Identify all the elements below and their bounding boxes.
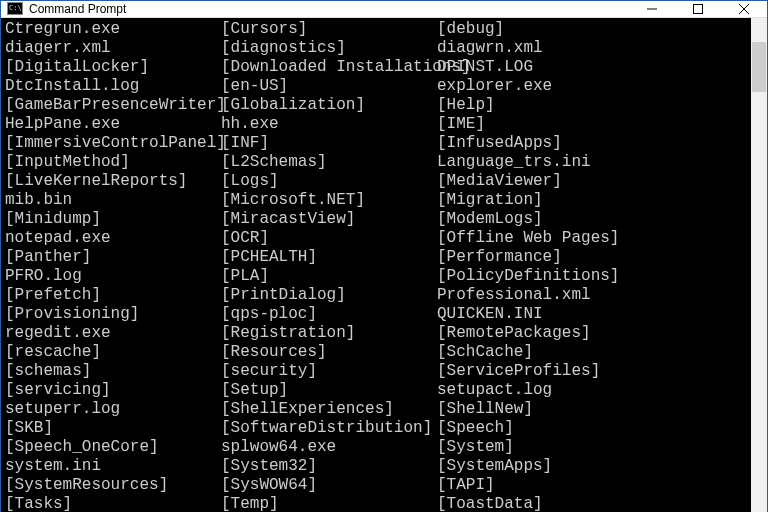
listing-cell: [PrintDialog]: [221, 286, 437, 305]
listing-row: [GameBarPresenceWriter] [Globalization] …: [5, 96, 751, 115]
listing-cell: [diagnostics]: [221, 39, 437, 58]
listing-cell: [Resources]: [221, 343, 437, 362]
listing-cell: Ctregrun.exe: [5, 20, 221, 39]
listing-cell: [ModemLogs]: [437, 210, 543, 229]
listing-cell: hh.exe: [221, 115, 437, 134]
listing-row: [DigitalLocker] [Downloaded Installation…: [5, 58, 751, 77]
listing-row: [Minidump] [MiracastView] [ModemLogs]: [5, 210, 751, 229]
listing-cell: [schemas]: [5, 362, 221, 381]
console-output[interactable]: Ctregrun.exe [Cursors] [debug]diagerr.xm…: [1, 18, 751, 512]
listing-row: regedit.exe [Registration] [RemotePackag…: [5, 324, 751, 343]
listing-cell: [Prefetch]: [5, 286, 221, 305]
listing-row: [SystemResources] [SysWOW64] [TAPI]: [5, 476, 751, 495]
listing-row: [Panther] [PCHEALTH] [Performance]: [5, 248, 751, 267]
window-title: Command Prompt: [29, 2, 629, 16]
listing-cell: [MiracastView]: [221, 210, 437, 229]
vertical-scrollbar[interactable]: [751, 18, 767, 512]
listing-cell: explorer.exe: [437, 77, 552, 96]
listing-cell: [Registration]: [221, 324, 437, 343]
listing-row: [InputMethod] [L2Schemas] Language_trs.i…: [5, 153, 751, 172]
listing-cell: [ShellNew]: [437, 400, 533, 419]
listing-row: system.ini [System32] [SystemApps]: [5, 457, 751, 476]
listing-cell: [Provisioning]: [5, 305, 221, 324]
listing-cell: [TAPI]: [437, 476, 495, 495]
listing-cell: [RemotePackages]: [437, 324, 591, 343]
listing-cell: [Offline Web Pages]: [437, 229, 619, 248]
listing-row: setuperr.log [ShellExperiences] [ShellNe…: [5, 400, 751, 419]
listing-cell: [security]: [221, 362, 437, 381]
listing-cell: [InfusedApps]: [437, 134, 562, 153]
scrollbar-thumb[interactable]: [752, 42, 766, 92]
listing-cell: [qps-ploc]: [221, 305, 437, 324]
listing-row: PFRO.log [PLA] [PolicyDefinitions]: [5, 267, 751, 286]
listing-row: notepad.exe [OCR] [Offline Web Pages]: [5, 229, 751, 248]
listing-cell: [Globalization]: [221, 96, 437, 115]
listing-cell: [SystemApps]: [437, 457, 552, 476]
listing-cell: DtcInstall.log: [5, 77, 221, 96]
listing-cell: [Setup]: [221, 381, 437, 400]
listing-cell: [ToastData]: [437, 495, 543, 512]
svg-text:C:\: C:\: [9, 4, 22, 12]
listing-cell: [LiveKernelReports]: [5, 172, 221, 191]
listing-cell: [Downloaded Installations]: [221, 58, 437, 77]
listing-cell: QUICKEN.INI: [437, 305, 543, 324]
listing-cell: [Tasks]: [5, 495, 221, 512]
listing-cell: [INF]: [221, 134, 437, 153]
listing-cell: [System32]: [221, 457, 437, 476]
listing-row: [Tasks] [Temp] [ToastData]: [5, 495, 751, 512]
listing-row: [Speech_OneCore] splwow64.exe [System]: [5, 438, 751, 457]
listing-cell: setupact.log: [437, 381, 552, 400]
listing-cell: [SystemResources]: [5, 476, 221, 495]
listing-cell: [IME]: [437, 115, 485, 134]
listing-cell: [PCHEALTH]: [221, 248, 437, 267]
listing-row: [LiveKernelReports] [Logs] [MediaViewer]: [5, 172, 751, 191]
listing-cell: DPINST.LOG: [437, 58, 533, 77]
listing-cell: [debug]: [437, 20, 504, 39]
listing-cell: [GameBarPresenceWriter]: [5, 96, 221, 115]
listing-row: DtcInstall.log [en-US] explorer.exe: [5, 77, 751, 96]
listing-cell: mib.bin: [5, 191, 221, 210]
listing-row: [servicing] [Setup] setupact.log: [5, 381, 751, 400]
listing-cell: regedit.exe: [5, 324, 221, 343]
listing-cell: [Migration]: [437, 191, 543, 210]
svg-rect-2: [694, 5, 703, 14]
close-button[interactable]: [721, 1, 767, 17]
listing-row: Ctregrun.exe [Cursors] [debug]: [5, 20, 751, 39]
listing-cell: Professional.xml: [437, 286, 591, 305]
listing-cell: [DigitalLocker]: [5, 58, 221, 77]
app-icon: C:\: [7, 1, 23, 17]
listing-cell: [System]: [437, 438, 514, 457]
listing-row: HelpPane.exe hh.exe [IME]: [5, 115, 751, 134]
listing-cell: diagwrn.xml: [437, 39, 543, 58]
listing-cell: HelpPane.exe: [5, 115, 221, 134]
listing-cell: splwow64.exe: [221, 438, 437, 457]
listing-cell: [Logs]: [221, 172, 437, 191]
maximize-button[interactable]: [675, 1, 721, 17]
listing-row: diagerr.xml [diagnostics] diagwrn.xml: [5, 39, 751, 58]
listing-cell: [InputMethod]: [5, 153, 221, 172]
listing-cell: [SchCache]: [437, 343, 533, 362]
listing-cell: system.ini: [5, 457, 221, 476]
listing-row: [Prefetch] [PrintDialog] Professional.xm…: [5, 286, 751, 305]
listing-cell: [servicing]: [5, 381, 221, 400]
listing-row: [rescache] [Resources] [SchCache]: [5, 343, 751, 362]
listing-row: [SKB] [SoftwareDistribution] [Speech]: [5, 419, 751, 438]
listing-row: [ImmersiveControlPanel] [INF] [InfusedAp…: [5, 134, 751, 153]
listing-cell: [Temp]: [221, 495, 437, 512]
listing-cell: [ServiceProfiles]: [437, 362, 600, 381]
minimize-button[interactable]: [629, 1, 675, 17]
listing-cell: [SoftwareDistribution]: [221, 419, 437, 438]
listing-cell: [OCR]: [221, 229, 437, 248]
listing-row: [Provisioning] [qps-ploc] QUICKEN.INI: [5, 305, 751, 324]
listing-cell: setuperr.log: [5, 400, 221, 419]
listing-cell: diagerr.xml: [5, 39, 221, 58]
listing-cell: [L2Schemas]: [221, 153, 437, 172]
content-area: Ctregrun.exe [Cursors] [debug]diagerr.xm…: [1, 18, 767, 512]
listing-row: [schemas] [security] [ServiceProfiles]: [5, 362, 751, 381]
listing-cell: [Help]: [437, 96, 495, 115]
titlebar[interactable]: C:\ Command Prompt: [1, 1, 767, 18]
listing-cell: [SysWOW64]: [221, 476, 437, 495]
command-prompt-window: C:\ Command Prompt Ctregrun.exe [Cursors…: [0, 0, 768, 512]
listing-cell: [Minidump]: [5, 210, 221, 229]
listing-cell: [PolicyDefinitions]: [437, 267, 619, 286]
